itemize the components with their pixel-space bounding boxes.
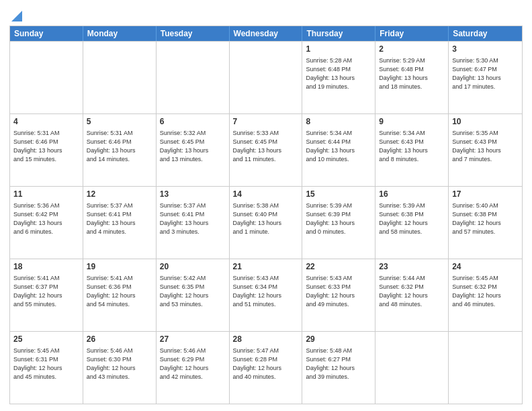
day-number: 10	[452, 116, 519, 128]
day-number: 9	[379, 116, 445, 128]
cell-info: Sunrise: 5:37 AM Sunset: 6:41 PM Dayligh…	[87, 201, 152, 236]
cell-info: Sunrise: 5:32 AM Sunset: 6:45 PM Dayligh…	[160, 129, 226, 164]
day-number: 22	[306, 261, 371, 273]
cell-info: Sunrise: 5:47 AM Sunset: 6:28 PM Dayligh…	[233, 347, 299, 381]
day-number: 29	[306, 334, 371, 345]
calendar-cell: 28Sunrise: 5:47 AM Sunset: 6:28 PM Dayli…	[230, 332, 303, 404]
day-number: 12	[87, 189, 152, 200]
calendar-header: SundayMondayTuesdayWednesdayThursdayFrid…	[10, 26, 522, 41]
calendar-cell	[10, 42, 83, 113]
day-number: 19	[87, 261, 152, 273]
day-number: 15	[306, 189, 371, 200]
calendar-cell: 3Sunrise: 5:30 AM Sunset: 6:47 PM Daylig…	[449, 42, 522, 113]
weekday-header: Thursday	[302, 26, 375, 41]
cell-info: Sunrise: 5:39 AM Sunset: 6:39 PM Dayligh…	[306, 201, 371, 236]
page-container: SundayMondayTuesdayWednesdayThursdayFrid…	[0, 0, 532, 411]
cell-info: Sunrise: 5:31 AM Sunset: 6:46 PM Dayligh…	[87, 129, 152, 164]
weekday-header: Tuesday	[157, 26, 230, 41]
day-number: 4	[13, 116, 79, 128]
day-number: 25	[13, 334, 79, 345]
day-number: 18	[13, 261, 79, 273]
calendar-cell: 25Sunrise: 5:45 AM Sunset: 6:31 PM Dayli…	[10, 332, 83, 404]
day-number: 16	[379, 189, 445, 200]
cell-info: Sunrise: 5:34 AM Sunset: 6:43 PM Dayligh…	[379, 129, 445, 164]
cell-info: Sunrise: 5:40 AM Sunset: 6:38 PM Dayligh…	[452, 201, 519, 236]
cell-info: Sunrise: 5:29 AM Sunset: 6:48 PM Dayligh…	[379, 56, 445, 91]
calendar: SundayMondayTuesdayWednesdayThursdayFrid…	[9, 26, 523, 404]
calendar-row: 4Sunrise: 5:31 AM Sunset: 6:46 PM Daylig…	[10, 113, 522, 186]
calendar-cell: 9Sunrise: 5:34 AM Sunset: 6:43 PM Daylig…	[375, 114, 449, 186]
weekday-header: Monday	[83, 26, 157, 41]
svg-marker-0	[11, 11, 22, 21]
calendar-cell: 8Sunrise: 5:34 AM Sunset: 6:44 PM Daylig…	[302, 114, 375, 186]
day-number: 17	[452, 189, 519, 200]
weekday-header: Friday	[375, 26, 449, 41]
logo-icon	[11, 11, 22, 21]
cell-info: Sunrise: 5:44 AM Sunset: 6:32 PM Dayligh…	[379, 274, 445, 309]
cell-info: Sunrise: 5:33 AM Sunset: 6:45 PM Dayligh…	[233, 129, 299, 164]
weekday-header: Saturday	[449, 26, 522, 41]
day-number: 11	[13, 189, 79, 200]
calendar-cell: 12Sunrise: 5:37 AM Sunset: 6:41 PM Dayli…	[83, 187, 157, 259]
calendar-cell: 15Sunrise: 5:39 AM Sunset: 6:39 PM Dayli…	[302, 187, 375, 259]
day-number: 27	[160, 334, 226, 345]
calendar-cell: 22Sunrise: 5:43 AM Sunset: 6:33 PM Dayli…	[302, 259, 375, 331]
calendar-cell: 2Sunrise: 5:29 AM Sunset: 6:48 PM Daylig…	[375, 42, 449, 113]
cell-info: Sunrise: 5:43 AM Sunset: 6:34 PM Dayligh…	[233, 274, 299, 309]
calendar-cell	[230, 42, 303, 113]
calendar-cell: 21Sunrise: 5:43 AM Sunset: 6:34 PM Dayli…	[230, 259, 303, 331]
calendar-cell: 1Sunrise: 5:28 AM Sunset: 6:48 PM Daylig…	[302, 42, 375, 113]
cell-info: Sunrise: 5:36 AM Sunset: 6:42 PM Dayligh…	[13, 201, 79, 236]
day-number: 26	[87, 334, 152, 345]
day-number: 7	[233, 116, 299, 128]
cell-info: Sunrise: 5:34 AM Sunset: 6:44 PM Dayligh…	[306, 129, 371, 164]
cell-info: Sunrise: 5:48 AM Sunset: 6:27 PM Dayligh…	[306, 347, 371, 381]
calendar-row: 18Sunrise: 5:41 AM Sunset: 6:37 PM Dayli…	[10, 259, 522, 331]
day-number: 24	[452, 261, 519, 273]
day-number: 8	[306, 116, 371, 128]
cell-info: Sunrise: 5:37 AM Sunset: 6:41 PM Dayligh…	[160, 201, 226, 236]
day-number: 3	[452, 44, 519, 55]
calendar-cell: 5Sunrise: 5:31 AM Sunset: 6:46 PM Daylig…	[83, 114, 157, 186]
logo	[9, 9, 22, 21]
calendar-cell: 17Sunrise: 5:40 AM Sunset: 6:38 PM Dayli…	[449, 187, 522, 259]
cell-info: Sunrise: 5:35 AM Sunset: 6:43 PM Dayligh…	[452, 129, 519, 164]
calendar-cell: 24Sunrise: 5:45 AM Sunset: 6:32 PM Dayli…	[449, 259, 522, 331]
weekday-header: Wednesday	[230, 26, 303, 41]
calendar-cell: 23Sunrise: 5:44 AM Sunset: 6:32 PM Dayli…	[375, 259, 449, 331]
calendar-cell: 14Sunrise: 5:38 AM Sunset: 6:40 PM Dayli…	[230, 187, 303, 259]
day-number: 5	[87, 116, 152, 128]
cell-info: Sunrise: 5:41 AM Sunset: 6:36 PM Dayligh…	[87, 274, 152, 309]
weekday-header: Sunday	[10, 26, 83, 41]
cell-info: Sunrise: 5:31 AM Sunset: 6:46 PM Dayligh…	[13, 129, 79, 164]
cell-info: Sunrise: 5:30 AM Sunset: 6:47 PM Dayligh…	[452, 56, 519, 91]
day-number: 1	[306, 44, 371, 55]
day-number: 6	[160, 116, 226, 128]
cell-info: Sunrise: 5:28 AM Sunset: 6:48 PM Dayligh…	[306, 56, 371, 91]
day-number: 21	[233, 261, 299, 273]
calendar-cell: 6Sunrise: 5:32 AM Sunset: 6:45 PM Daylig…	[157, 114, 230, 186]
cell-info: Sunrise: 5:41 AM Sunset: 6:37 PM Dayligh…	[13, 274, 79, 309]
day-number: 13	[160, 189, 226, 200]
cell-info: Sunrise: 5:46 AM Sunset: 6:30 PM Dayligh…	[87, 347, 152, 381]
cell-info: Sunrise: 5:42 AM Sunset: 6:35 PM Dayligh…	[160, 274, 226, 309]
cell-info: Sunrise: 5:39 AM Sunset: 6:38 PM Dayligh…	[379, 201, 445, 236]
cell-info: Sunrise: 5:46 AM Sunset: 6:29 PM Dayligh…	[160, 347, 226, 381]
day-number: 28	[233, 334, 299, 345]
cell-info: Sunrise: 5:43 AM Sunset: 6:33 PM Dayligh…	[306, 274, 371, 309]
cell-info: Sunrise: 5:45 AM Sunset: 6:31 PM Dayligh…	[13, 347, 79, 381]
calendar-cell: 10Sunrise: 5:35 AM Sunset: 6:43 PM Dayli…	[449, 114, 522, 186]
calendar-cell: 4Sunrise: 5:31 AM Sunset: 6:46 PM Daylig…	[10, 114, 83, 186]
day-number: 23	[379, 261, 445, 273]
calendar-cell	[157, 42, 230, 113]
calendar-cell: 13Sunrise: 5:37 AM Sunset: 6:41 PM Dayli…	[157, 187, 230, 259]
calendar-cell: 27Sunrise: 5:46 AM Sunset: 6:29 PM Dayli…	[157, 332, 230, 404]
calendar-cell: 18Sunrise: 5:41 AM Sunset: 6:37 PM Dayli…	[10, 259, 83, 331]
day-number: 14	[233, 189, 299, 200]
day-number: 20	[160, 261, 226, 273]
calendar-row: 25Sunrise: 5:45 AM Sunset: 6:31 PM Dayli…	[10, 331, 522, 404]
cell-info: Sunrise: 5:45 AM Sunset: 6:32 PM Dayligh…	[452, 274, 519, 309]
calendar-cell: 7Sunrise: 5:33 AM Sunset: 6:45 PM Daylig…	[230, 114, 303, 186]
calendar-row: 1Sunrise: 5:28 AM Sunset: 6:48 PM Daylig…	[10, 41, 522, 113]
calendar-cell	[375, 332, 449, 404]
